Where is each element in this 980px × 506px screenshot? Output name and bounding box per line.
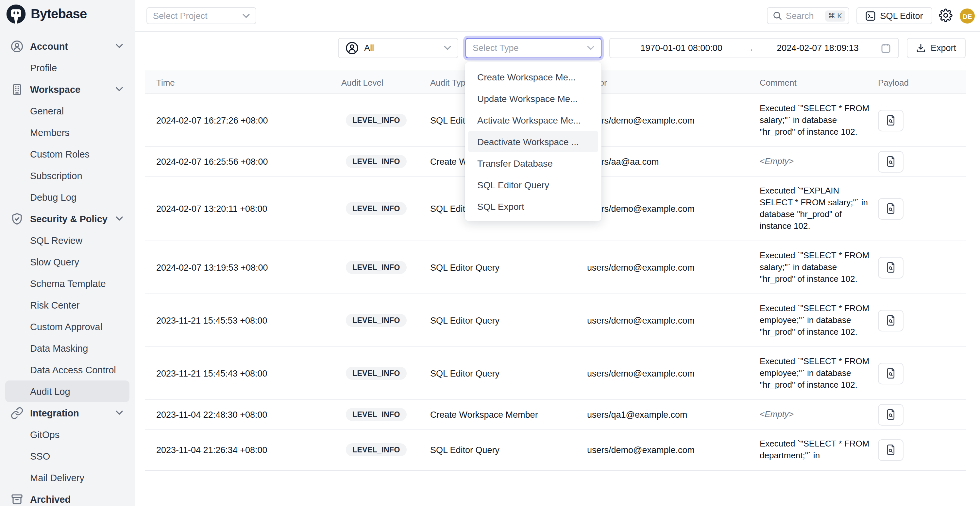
sidebar-item-data-access-control[interactable]: Data Access Control	[5, 359, 129, 380]
sidebar-group-account[interactable]: Account	[5, 35, 129, 57]
sidebar-nav: AccountProfileWorkspaceGeneralMembersCus…	[5, 35, 129, 506]
payload-view-button[interactable]	[878, 151, 904, 172]
sidebar-item-audit-log[interactable]: Audit Log	[5, 380, 129, 402]
sidebar-item-schema-template[interactable]: Schema Template	[5, 273, 129, 294]
arrow-right-icon: →	[745, 43, 754, 53]
cell-audit-type: SQL Editor Query	[418, 368, 575, 378]
cell-audit-type: SQL Editor Query	[418, 263, 575, 272]
sidebar-item-risk-center[interactable]: Risk Center	[5, 294, 129, 316]
payload-view-button[interactable]	[878, 404, 904, 425]
sql-editor-button[interactable]: SQL Editor	[856, 7, 932, 24]
sidebar-item-mail-delivery[interactable]: Mail Delivery	[5, 467, 129, 488]
menu-item-activate-workspace-me[interactable]: Activate Workspace Me...	[468, 109, 598, 131]
search-input[interactable]: Search ⌘ K	[767, 7, 849, 24]
cell-audit-level: LEVEL_INFO	[329, 443, 418, 456]
menu-item-sql-editor-query[interactable]: SQL Editor Query	[468, 174, 598, 196]
sidebar-item-slow-query[interactable]: Slow Query	[5, 251, 129, 273]
sidebar-item-label: Custom Roles	[30, 149, 129, 159]
brand-name: Bytebase	[31, 6, 87, 22]
payload-view-button[interactable]	[878, 198, 904, 220]
cell-audit-level: LEVEL_INFO	[329, 367, 418, 380]
date-to[interactable]: 2024-02-07 18:09:13	[754, 43, 881, 53]
sql-editor-label: SQL Editor	[880, 11, 923, 21]
cell-audit-type: SQL Editor Query	[418, 315, 575, 325]
link-icon	[10, 406, 24, 419]
audit-type-menu: Create Workspace Me...Update Workspace M…	[465, 62, 601, 221]
cell-audit-level: LEVEL_INFO	[329, 408, 418, 421]
cell-comment: Executed `"SELECT * FROM salary;"` in da…	[747, 94, 863, 146]
chevron-down-icon	[116, 44, 123, 48]
payload-view-button[interactable]	[878, 256, 904, 278]
menu-item-deactivate-workspace[interactable]: Deactivate Workspace ...	[468, 131, 598, 152]
sidebar-group-integration[interactable]: Integration	[5, 402, 129, 423]
sidebar-item-profile[interactable]: Profile	[5, 57, 129, 78]
file-search-icon	[885, 368, 896, 379]
cell-actor: users/demo@example.com	[575, 315, 747, 325]
cell-comment: Executed `"SELECT * FROM employee;"` in …	[747, 347, 863, 399]
table-row: 2023-11-04 22:48:30 +08:00LEVEL_INFOCrea…	[145, 400, 966, 430]
menu-item-update-workspace-me[interactable]: Update Workspace Me...	[468, 88, 598, 109]
gear-icon[interactable]	[939, 8, 953, 22]
payload-view-button[interactable]	[878, 363, 904, 384]
cell-payload	[863, 363, 966, 384]
date-from[interactable]: 1970-01-01 08:00:00	[618, 43, 745, 53]
level-badge: LEVEL_INFO	[346, 261, 407, 274]
menu-item-sql-export[interactable]: SQL Export	[468, 196, 598, 217]
sidebar-item-debug-log[interactable]: Debug Log	[5, 186, 129, 208]
comment-text: Executed `"SELECT * FROM department;"` i…	[760, 430, 871, 470]
export-label: Export	[931, 43, 956, 53]
payload-view-button[interactable]	[878, 439, 904, 461]
table-row: 2023-11-21 15:45:53 +08:00LEVEL_INFOSQL …	[145, 294, 966, 347]
payload-view-button[interactable]	[878, 110, 904, 131]
sidebar-item-sql-review[interactable]: SQL Review	[5, 229, 129, 251]
avatar[interactable]: DE	[960, 8, 975, 24]
brand-logo[interactable]: Bytebase	[0, 0, 135, 24]
cell-payload	[863, 151, 966, 172]
sidebar-group-label: Integration	[30, 407, 116, 418]
menu-item-create-workspace-me[interactable]: Create Workspace Me...	[468, 66, 598, 88]
sidebar-item-sso[interactable]: SSO	[5, 445, 129, 467]
sidebar-item-label: Subscription	[30, 170, 129, 181]
sidebar-item-label: Data Access Control	[30, 364, 129, 375]
sidebar-group-security-policy[interactable]: Security & Policy	[5, 208, 129, 229]
cell-audit-type: SQL Editor Query	[418, 445, 575, 455]
comment-text: Executed `"SELECT * FROM employee;"` in …	[760, 294, 871, 347]
column-header-time: Time	[145, 78, 329, 87]
sidebar-item-label: Debug Log	[30, 192, 129, 202]
level-badge: LEVEL_INFO	[346, 443, 407, 456]
member-filter-value: All	[364, 43, 374, 53]
building-icon	[10, 83, 24, 96]
bytebase-logo-icon	[6, 4, 26, 24]
sidebar-group-label: Archived	[30, 494, 129, 504]
comment-text: Executed `"EXPLAIN SELECT * FROM salary;…	[760, 177, 871, 240]
sidebar-group-label: Security & Policy	[30, 213, 116, 224]
sidebar-group-label: Workspace	[30, 84, 116, 94]
sidebar-group-archived[interactable]: Archived	[5, 488, 129, 506]
member-filter-select[interactable]: All	[338, 38, 458, 58]
chevron-down-icon	[116, 216, 123, 221]
search-placeholder: Search	[786, 11, 814, 21]
menu-item-transfer-database[interactable]: Transfer Database	[468, 152, 598, 174]
payload-view-button[interactable]	[878, 310, 904, 331]
sidebar-item-members[interactable]: Members	[5, 122, 129, 143]
audit-type-select[interactable]: Select Type	[466, 38, 601, 58]
export-button[interactable]: Export	[907, 38, 966, 58]
sidebar-item-custom-approval[interactable]: Custom Approval	[5, 316, 129, 337]
sidebar-item-gitops[interactable]: GitOps	[5, 423, 129, 445]
audit-type-placeholder: Select Type	[473, 43, 519, 53]
sidebar-item-general[interactable]: General	[5, 100, 129, 122]
cell-time: 2023-11-21 15:45:43 +08:00	[145, 368, 329, 378]
project-select[interactable]: Select Project	[146, 7, 256, 24]
cell-time: 2023-11-04 21:26:34 +08:00	[145, 445, 329, 455]
date-range-picker[interactable]: 1970-01-01 08:00:00 → 2024-02-07 18:09:1…	[609, 38, 899, 58]
sidebar-item-custom-roles[interactable]: Custom Roles	[5, 143, 129, 165]
comment-text: Executed `"SELECT * FROM employee;"` in …	[760, 347, 871, 399]
cell-audit-level: LEVEL_INFO	[329, 314, 418, 327]
chevron-down-icon	[444, 46, 451, 50]
sidebar-group-workspace[interactable]: Workspace	[5, 78, 129, 100]
sidebar-item-data-masking[interactable]: Data Masking	[5, 337, 129, 359]
level-badge: LEVEL_INFO	[346, 367, 407, 380]
calendar-icon	[881, 43, 891, 53]
sidebar-item-subscription[interactable]: Subscription	[5, 165, 129, 186]
sidebar-item-label: SSO	[30, 451, 129, 461]
